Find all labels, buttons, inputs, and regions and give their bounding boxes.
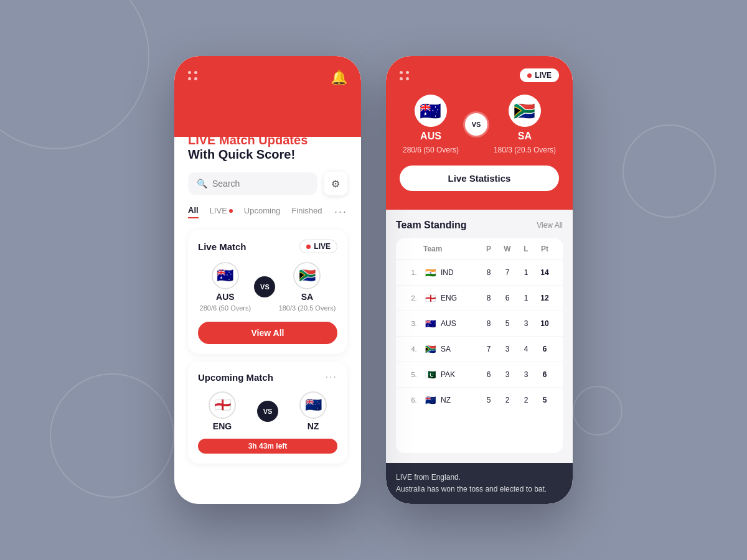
- live-badge: LIVE: [299, 240, 337, 253]
- phone2-footer: LIVE from England. Australia has won the…: [386, 463, 573, 504]
- tab-all[interactable]: All: [188, 205, 199, 218]
- upcoming-more-icon[interactable]: ···: [326, 371, 337, 383]
- live-match-card: Live Match LIVE 🇦🇺 AUS 280/6 (50 Overs) …: [188, 230, 347, 354]
- row-w: 6: [498, 294, 517, 302]
- phone2-team2-name: SA: [518, 131, 532, 142]
- col-w: W: [498, 245, 517, 253]
- footer-text: LIVE from England. Australia has won the…: [396, 472, 563, 495]
- search-input[interactable]: [212, 179, 309, 189]
- tab-finished[interactable]: Finished: [291, 206, 322, 218]
- row-w: 2: [498, 396, 517, 404]
- upcoming-team1-flag: 🏴󠁧󠁢󠁥󠁮󠁧󠁿: [209, 391, 236, 419]
- tab-upcoming[interactable]: Upcoming: [244, 206, 281, 218]
- row-w: 3: [498, 370, 517, 379]
- live-statistics-button[interactable]: Live Statistics: [400, 166, 559, 191]
- standing-view-all[interactable]: View All: [537, 221, 563, 230]
- search-box[interactable]: 🔍: [188, 172, 317, 195]
- standing-header: Team Standing View All: [396, 220, 563, 231]
- col-team: Team: [423, 245, 479, 253]
- col-pt: Pt: [535, 245, 554, 253]
- row-rank: 3.: [405, 320, 423, 327]
- table-row: 2. 🏴󠁧󠁢󠁥󠁮󠁧󠁿 ENG 8 6 1 12: [396, 286, 563, 311]
- row-team-name: SA: [441, 345, 451, 353]
- view-all-button[interactable]: View All: [198, 322, 337, 344]
- table-row: 6. 🇳🇿 NZ 5 2 2 5: [396, 388, 563, 413]
- phone2-team2: 🇿🇦 SA 180/3 (20.5 Overs): [494, 95, 556, 154]
- row-l: 2: [517, 396, 535, 404]
- live-badge-dot: [306, 245, 311, 249]
- phone2-team1: 🇦🇺 AUS 280/6 (50 Overs): [403, 95, 459, 154]
- row-flag: 🇵🇰: [423, 368, 437, 381]
- upcoming-team1: 🏴󠁧󠁢󠁥󠁮󠁧󠁿 ENG: [209, 391, 236, 431]
- row-pt: 10: [535, 319, 554, 328]
- tabs-row: All LIVE Upcoming Finished ···: [188, 205, 347, 220]
- filter-button[interactable]: ⚙: [324, 172, 347, 195]
- phone2-header: LIVE 🇦🇺 AUS 280/6 (50 Overs) VS 🇿🇦 SA 18…: [386, 56, 573, 210]
- row-pt: 6: [535, 345, 554, 353]
- footer-line1: LIVE from England.: [396, 472, 563, 483]
- row-flag: 🇮🇳: [423, 266, 437, 279]
- row-flag: 🇦🇺: [423, 317, 437, 330]
- team1-flag: 🇦🇺: [212, 262, 239, 289]
- upcoming-card-title: Upcoming Match: [198, 372, 273, 383]
- team2-score: 180/3 (20.5 Overs): [279, 304, 336, 312]
- phone2-team1-flag: 🇦🇺: [415, 95, 447, 127]
- row-team: 🇦🇺 AUS: [423, 317, 479, 330]
- row-w: 5: [498, 319, 517, 328]
- dots-grid: [188, 71, 197, 80]
- row-rank: 1.: [405, 269, 423, 276]
- row-flag: 🇳🇿: [423, 393, 437, 407]
- phone2-live-badge: LIVE: [520, 68, 559, 82]
- vs-label: VS: [254, 276, 275, 297]
- phone2-team2-score: 180/3 (20.5 Overs): [494, 146, 556, 154]
- row-p: 8: [479, 294, 498, 302]
- live-pill-dot: [527, 73, 532, 78]
- team1-name: AUS: [216, 292, 235, 302]
- row-team-name: ENG: [441, 294, 457, 302]
- table-body: 1. 🇮🇳 IND 8 7 1 14 2. 🏴󠁧󠁢󠁥󠁮󠁧󠁿 ENG 8 6 1 …: [396, 260, 563, 413]
- phone2-vs-label: VS: [465, 113, 487, 136]
- phone2-top-row: LIVE: [400, 68, 559, 82]
- upcoming-match-row: 🏴󠁧󠁢󠁥󠁮󠁧󠁿 ENG VS 🇳🇿 NZ: [198, 391, 337, 431]
- team2-name: SA: [301, 292, 313, 302]
- col-p: P: [479, 245, 498, 253]
- search-row: 🔍 ⚙: [188, 172, 347, 195]
- live-match-row: 🇦🇺 AUS 280/6 (50 Overs) VS 🇿🇦 SA 180/3 (…: [198, 262, 337, 312]
- team2-flag: 🇿🇦: [293, 262, 321, 289]
- table-row: 3. 🇦🇺 AUS 8 5 3 10: [396, 311, 563, 337]
- team2-side: 🇿🇦 SA 180/3 (20.5 Overs): [279, 262, 336, 312]
- bell-icon[interactable]: 🔔: [331, 70, 347, 86]
- row-p: 8: [479, 319, 498, 328]
- phone2: LIVE 🇦🇺 AUS 280/6 (50 Overs) VS 🇿🇦 SA 18…: [386, 56, 573, 504]
- row-team-name: PAK: [441, 370, 455, 379]
- upcoming-team2-flag: 🇳🇿: [299, 391, 327, 419]
- search-icon: 🔍: [197, 179, 207, 189]
- row-w: 3: [498, 345, 517, 353]
- row-team: 🇵🇰 PAK: [423, 368, 479, 381]
- row-rank: 5.: [405, 371, 423, 378]
- row-team: 🇮🇳 IND: [423, 266, 479, 279]
- phones-container: 🔔 LIVE Match Updates With Quick Score! 🔍…: [174, 56, 573, 504]
- row-team-name: NZ: [441, 396, 451, 404]
- col-rank: [405, 245, 423, 253]
- live-card-title: Live Match: [198, 241, 247, 252]
- live-card-header: Live Match LIVE: [198, 240, 337, 253]
- hero-title-black: With Quick Score!: [188, 147, 347, 162]
- row-team-name: AUS: [441, 319, 456, 328]
- tab-live[interactable]: LIVE: [210, 206, 233, 218]
- team1-score: 280/6 (50 Overs): [200, 304, 251, 312]
- row-rank: 6.: [405, 396, 423, 404]
- table-row: 5. 🇵🇰 PAK 6 3 3 6: [396, 362, 563, 388]
- table-row: 1. 🇮🇳 IND 8 7 1 14: [396, 260, 563, 286]
- more-options-icon[interactable]: ···: [334, 205, 347, 218]
- row-l: 1: [517, 268, 535, 277]
- phone1-header: 🔔: [174, 56, 361, 137]
- row-p: 8: [479, 268, 498, 277]
- table-header: Team P W L Pt: [396, 238, 563, 260]
- row-team: 🇳🇿 NZ: [423, 393, 479, 407]
- phone2-team2-flag: 🇿🇦: [509, 95, 541, 127]
- standing-table: Team P W L Pt 1. 🇮🇳 IND 8 7 1 14 2. 🏴󠁧󠁢󠁥…: [396, 238, 563, 453]
- row-p: 5: [479, 396, 498, 404]
- row-l: 3: [517, 370, 535, 379]
- row-pt: 5: [535, 396, 554, 404]
